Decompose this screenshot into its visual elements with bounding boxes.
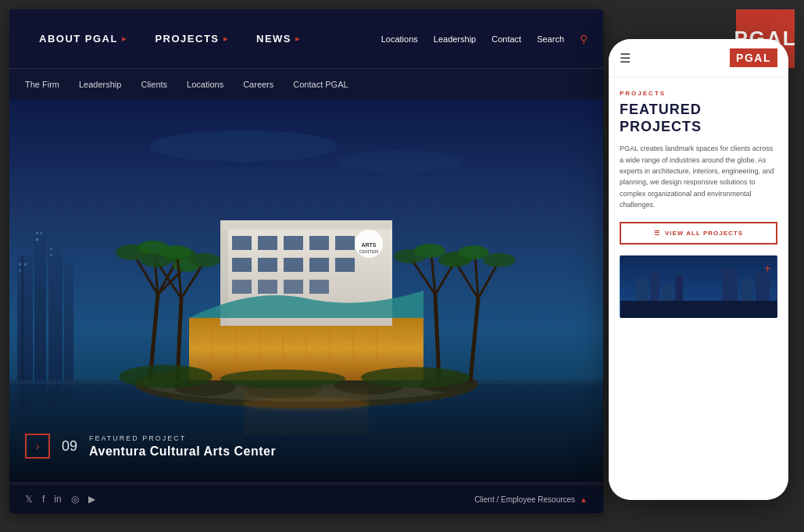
twitter-icon[interactable]: 𝕏 <box>25 494 33 505</box>
nav-about-arrow: ▸ <box>122 34 127 43</box>
view-all-projects-button[interactable]: ☰ View All Projects <box>620 222 777 245</box>
svg-rect-43 <box>232 258 252 272</box>
svg-rect-41 <box>309 236 329 250</box>
nav-main: ABOUT PGAL ▸ PROJECTS ▸ NEWS ▸ <box>25 33 381 45</box>
hero-section: ARTS CENTER <box>9 99 603 482</box>
mobile-nav: ☰ PGAL <box>609 39 788 77</box>
youtube-icon[interactable]: ▶ <box>88 494 95 505</box>
mobile-project-thumbnail: + <box>620 255 777 318</box>
search-icon[interactable]: ⚲ <box>580 33 588 45</box>
nav-news[interactable]: NEWS ▸ <box>242 33 315 45</box>
svg-rect-99 <box>620 301 777 318</box>
svg-rect-47 <box>335 258 355 272</box>
svg-rect-10 <box>24 263 27 266</box>
mobile-logo[interactable]: PGAL <box>730 48 777 67</box>
hero-image: ARTS CENTER <box>9 99 603 482</box>
featured-next-button[interactable]: › <box>25 434 50 459</box>
mobile-plus-icon[interactable]: + <box>764 262 771 276</box>
featured-info: FEATURED PROJECT Aventura Cultural Arts … <box>89 434 276 459</box>
footer-link-text: Client / Employee Resources <box>474 495 575 504</box>
svg-rect-49 <box>258 280 277 294</box>
svg-point-2 <box>338 150 463 173</box>
featured-overlay: › 09 FEATURED PROJECT Aventura Cultural … <box>25 434 276 459</box>
svg-rect-12 <box>36 238 38 241</box>
svg-point-71 <box>189 253 220 267</box>
subnav-careers[interactable]: Careers <box>243 80 273 89</box>
svg-rect-44 <box>258 258 277 272</box>
nav-projects[interactable]: PROJECTS ▸ <box>141 33 242 45</box>
mobile-description: PGAL creates landmark spaces for clients… <box>620 143 777 210</box>
subnav-leadership[interactable]: Leadership <box>79 80 121 89</box>
nav-locations[interactable]: Locations <box>381 34 418 44</box>
svg-rect-51 <box>309 280 329 294</box>
featured-number: 09 <box>62 438 77 455</box>
svg-point-87 <box>220 370 345 388</box>
svg-point-1 <box>150 130 338 162</box>
svg-rect-8 <box>19 263 21 266</box>
list-icon: ☰ <box>654 230 660 237</box>
nav-news-label: NEWS <box>256 33 291 45</box>
hamburger-icon[interactable]: ☰ <box>620 51 631 66</box>
svg-rect-50 <box>284 280 303 294</box>
svg-rect-39 <box>258 236 277 250</box>
footer-caret-icon: ▲ <box>580 495 588 504</box>
svg-point-88 <box>361 367 470 387</box>
nav-projects-arrow: ▸ <box>223 34 229 43</box>
nav-about[interactable]: ABOUT PGAL ▸ <box>25 33 141 45</box>
svg-rect-9 <box>19 270 21 272</box>
svg-rect-45 <box>284 258 303 272</box>
featured-project-label: FEATURED PROJECT <box>89 434 276 442</box>
svg-rect-40 <box>284 236 303 250</box>
svg-rect-14 <box>50 248 52 250</box>
svg-rect-48 <box>232 280 252 294</box>
nav-bar: ABOUT PGAL ▸ PROJECTS ▸ NEWS ▸ Locations… <box>9 9 603 68</box>
subnav-the-firm[interactable]: The Firm <box>25 80 59 89</box>
svg-point-86 <box>119 365 213 388</box>
svg-text:CENTER: CENTER <box>359 249 379 254</box>
footer-bar: 𝕏 f in ◎ ▶ Client / Employee Resources ▲ <box>9 485 603 513</box>
nav-news-arrow: ▸ <box>295 34 301 43</box>
instagram-icon[interactable]: ◎ <box>71 494 79 505</box>
svg-rect-52 <box>220 220 392 230</box>
facebook-icon[interactable]: f <box>42 494 45 505</box>
nav-about-label: ABOUT PGAL <box>39 33 118 45</box>
svg-point-77 <box>414 244 445 258</box>
svg-rect-13 <box>40 232 42 234</box>
subnav-clients[interactable]: Clients <box>141 80 167 89</box>
mobile-device: ☰ PGAL PROJECTS FEATURED PROJECTS PGAL c… <box>609 39 788 500</box>
nav-search-text[interactable]: Search <box>537 34 564 44</box>
svg-rect-11 <box>36 232 38 234</box>
mobile-content: PROJECTS FEATURED PROJECTS PGAL creates … <box>609 77 788 500</box>
subnav-contact-pgal[interactable]: Contact PGAL <box>293 80 348 89</box>
nav-contact[interactable]: Contact <box>491 34 521 44</box>
arrow-right-icon: › <box>36 440 40 452</box>
sub-nav: The Firm Leadership Clients Locations Ca… <box>9 68 603 99</box>
svg-rect-15 <box>50 254 52 256</box>
svg-rect-90 <box>244 388 369 435</box>
svg-rect-46 <box>309 258 329 272</box>
nav-projects-label: PROJECTS <box>155 33 219 45</box>
mobile-section-label: PROJECTS <box>620 90 777 97</box>
nav-right: Locations Leadership Contact Search ⚲ <box>381 33 588 45</box>
linkedin-icon[interactable]: in <box>54 494 61 505</box>
svg-point-70 <box>160 245 191 259</box>
mobile-screen: ☰ PGAL PROJECTS FEATURED PROJECTS PGAL c… <box>609 39 788 500</box>
social-icons: 𝕏 f in ◎ ▶ <box>25 494 95 505</box>
svg-text:ARTS: ARTS <box>361 242 376 248</box>
svg-point-85 <box>483 253 516 267</box>
svg-rect-42 <box>335 236 355 250</box>
subnav-locations[interactable]: Locations <box>187 80 223 89</box>
nav-leadership[interactable]: Leadership <box>434 34 476 44</box>
view-all-label: View All Projects <box>665 230 743 237</box>
client-employee-link[interactable]: Client / Employee Resources ▲ <box>474 495 588 504</box>
featured-project-title: Aventura Cultural Arts Center <box>89 445 276 459</box>
browser-frame: ABOUT PGAL ▸ PROJECTS ▸ NEWS ▸ Locations… <box>9 9 603 513</box>
svg-rect-38 <box>232 236 252 250</box>
mobile-page-title: FEATURED PROJECTS <box>620 102 777 135</box>
